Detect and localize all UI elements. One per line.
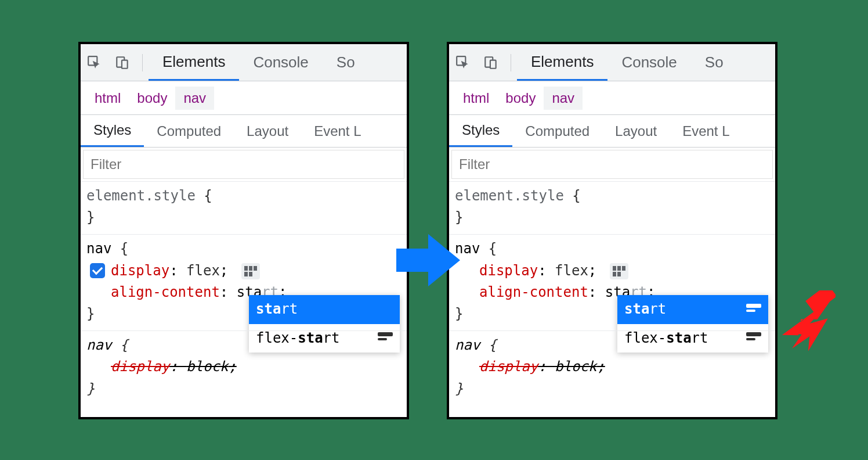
brace: { xyxy=(572,188,580,204)
styles-pane: element.style { } nav { display: flex; a… xyxy=(81,181,407,405)
filter-input[interactable] xyxy=(459,156,772,172)
svg-rect-15 xyxy=(617,272,621,276)
subtab-event[interactable]: Event L xyxy=(670,115,742,147)
brace: { xyxy=(120,337,128,353)
brace: { xyxy=(120,240,128,257)
tab-console[interactable]: Console xyxy=(239,44,322,81)
crumb-html[interactable]: html xyxy=(86,87,129,110)
flex-editor-icon[interactable] xyxy=(610,263,628,279)
callout-arrow-icon xyxy=(772,290,836,354)
decl-display-block: display: block; xyxy=(86,356,401,378)
brace: } xyxy=(455,209,463,225)
svg-rect-5 xyxy=(254,266,257,271)
prop-name-display: display xyxy=(479,263,538,279)
crumb-nav[interactable]: nav xyxy=(175,87,214,110)
prop-value-flex: flex xyxy=(186,263,220,279)
decl-display[interactable]: display: flex; xyxy=(455,260,769,282)
autocomplete-item-start[interactable]: start xyxy=(249,295,400,324)
brace: } xyxy=(86,380,95,397)
breadcrumb: html body nav xyxy=(81,81,407,115)
selector-nav-ua: nav xyxy=(455,337,480,353)
decl-display-block: display: block; xyxy=(455,356,769,378)
sidebar-subtabs: Styles Computed Layout Event L xyxy=(449,115,775,148)
brace: { xyxy=(489,240,497,257)
svg-rect-13 xyxy=(622,266,625,271)
prop-name-display-ua: display xyxy=(479,358,538,375)
prop-value-block: block xyxy=(186,358,228,375)
crumb-body[interactable]: body xyxy=(129,87,175,110)
rule-nav-main[interactable]: nav { display: flex; align-content: star… xyxy=(449,234,775,330)
tab-sources[interactable]: So xyxy=(323,44,369,81)
subtab-computed[interactable]: Computed xyxy=(144,115,234,147)
filter-input[interactable] xyxy=(91,156,404,172)
selector-element-style: element.style xyxy=(455,188,564,204)
subtab-layout[interactable]: Layout xyxy=(234,115,301,147)
crumb-nav[interactable]: nav xyxy=(544,87,583,110)
device-toggle-icon[interactable] xyxy=(479,51,502,74)
selector-nav: nav xyxy=(86,240,111,257)
svg-rect-14 xyxy=(613,272,616,276)
toolbar-divider xyxy=(511,54,511,71)
brace: } xyxy=(455,380,463,397)
inspect-icon[interactable] xyxy=(451,51,475,74)
selector-element-style: element.style xyxy=(86,188,196,204)
svg-rect-10 xyxy=(490,60,496,68)
rule-nav-ua[interactable]: nav { display: block; } xyxy=(81,330,407,405)
flex-editor-icon[interactable] xyxy=(241,263,260,279)
prop-name-display-ua: display xyxy=(111,358,169,375)
prop-name-align-content: align-content xyxy=(111,284,220,300)
prop-name-align-content: align-content xyxy=(479,284,588,300)
device-toggle-icon[interactable] xyxy=(111,51,134,74)
main-tabs: Elements Console So xyxy=(149,44,369,81)
transition-arrow-icon xyxy=(393,225,463,297)
align-preview-icon xyxy=(746,304,761,315)
prop-name-display: display xyxy=(111,263,169,279)
filter-row xyxy=(451,150,773,179)
subtab-computed[interactable]: Computed xyxy=(512,115,602,147)
breadcrumb: html body nav xyxy=(449,81,775,115)
svg-rect-2 xyxy=(122,60,128,68)
autocomplete-item-start[interactable]: start xyxy=(617,295,768,324)
devtools-panel-before: Elements Console So html body nav Styles… xyxy=(78,42,409,419)
inspect-icon[interactable] xyxy=(83,51,106,74)
property-toggle-checkbox[interactable] xyxy=(90,263,105,278)
svg-rect-11 xyxy=(613,266,616,271)
rule-element-style[interactable]: element.style { } xyxy=(81,181,407,234)
decl-display[interactable]: display: flex; xyxy=(86,260,401,282)
main-toolbar: Elements Console So xyxy=(81,44,407,81)
styles-pane: element.style { } nav { display: flex; a… xyxy=(449,181,775,405)
toolbar-divider xyxy=(142,54,143,71)
svg-rect-7 xyxy=(249,272,252,276)
selector-nav-ua: nav xyxy=(86,337,111,353)
prop-value-flex: flex xyxy=(555,263,588,279)
main-toolbar: Elements Console So xyxy=(449,44,775,81)
tab-elements[interactable]: Elements xyxy=(517,44,607,81)
brace: } xyxy=(86,209,95,225)
subtab-event[interactable]: Event L xyxy=(301,115,374,147)
subtab-styles[interactable]: Styles xyxy=(449,115,512,147)
sidebar-subtabs: Styles Computed Layout Event L xyxy=(81,115,407,148)
crumb-body[interactable]: body xyxy=(497,87,544,110)
brace: { xyxy=(489,337,497,353)
subtab-styles[interactable]: Styles xyxy=(81,115,144,147)
devtools-panel-after: Elements Console So html body nav Styles… xyxy=(447,42,777,419)
svg-rect-4 xyxy=(249,266,252,271)
rule-element-style[interactable]: element.style { } xyxy=(449,181,775,234)
tab-sources[interactable]: So xyxy=(691,44,737,81)
main-tabs: Elements Console So xyxy=(517,44,737,81)
svg-rect-12 xyxy=(617,266,621,271)
rule-nav-main[interactable]: nav { display: flex; align-content: star… xyxy=(81,234,407,330)
rule-nav-ua[interactable]: nav { display: block; } xyxy=(449,330,775,405)
prop-value-block: block xyxy=(555,358,596,375)
crumb-html[interactable]: html xyxy=(455,87,497,110)
tab-elements[interactable]: Elements xyxy=(149,44,239,81)
subtab-layout[interactable]: Layout xyxy=(602,115,670,147)
filter-row xyxy=(83,150,404,179)
svg-rect-3 xyxy=(244,266,248,271)
tab-console[interactable]: Console xyxy=(607,44,690,81)
brace: } xyxy=(86,306,95,322)
brace: } xyxy=(455,306,463,322)
svg-rect-6 xyxy=(244,272,248,276)
brace: { xyxy=(204,188,212,204)
